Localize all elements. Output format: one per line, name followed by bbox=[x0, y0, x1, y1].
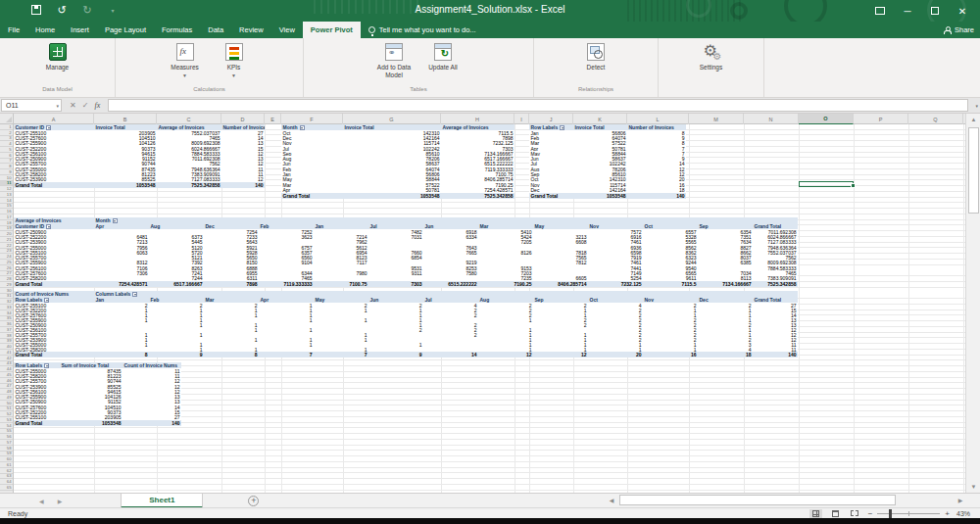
tab-view[interactable]: View bbox=[271, 22, 303, 38]
measures-icon bbox=[176, 43, 194, 61]
pivot-count-matrix[interactable]: Count of Invoice NumsColumn LabelsRow La… bbox=[14, 291, 798, 357]
tab-insert[interactable]: Insert bbox=[63, 22, 97, 38]
column-header-E[interactable]: E bbox=[265, 114, 281, 124]
name-box[interactable]: O11 ▾ bbox=[1, 99, 62, 112]
add-to-data-model-button[interactable]: Add to Data Model bbox=[371, 41, 416, 79]
cell-value: 7 bbox=[259, 352, 314, 357]
maximize-button[interactable] bbox=[921, 0, 949, 22]
cancel-formula-icon[interactable]: ✕ bbox=[70, 101, 76, 110]
minimize-button[interactable]: ─ bbox=[894, 0, 921, 22]
kpis-button[interactable]: KPIs▼ bbox=[212, 41, 257, 78]
button-label: Add to Data Model bbox=[371, 64, 416, 79]
cell-value: 140 bbox=[122, 420, 181, 426]
column-header-L[interactable]: L bbox=[627, 114, 689, 124]
column-header-J[interactable]: J bbox=[529, 114, 573, 124]
page-layout-view-button[interactable] bbox=[829, 509, 842, 518]
tab-power-pivot[interactable]: Power Pivot bbox=[303, 22, 361, 38]
column-header-H[interactable]: H bbox=[441, 114, 514, 124]
status-bar: Ready − + 43% bbox=[0, 507, 980, 518]
tab-file[interactable]: File bbox=[0, 22, 27, 38]
vertical-scroll-thumb[interactable] bbox=[968, 127, 979, 214]
settings-button[interactable]: Settings bbox=[689, 41, 734, 71]
tab-page-layout[interactable]: Page Layout bbox=[97, 22, 154, 38]
manage-button[interactable]: Manage bbox=[35, 41, 80, 71]
page-break-view-button[interactable] bbox=[849, 509, 861, 518]
lightbulb-icon bbox=[368, 26, 375, 33]
zoom-slider[interactable] bbox=[877, 513, 940, 514]
tab-formulas[interactable]: Formulas bbox=[154, 22, 200, 38]
detect-button[interactable]: Detect bbox=[573, 41, 618, 71]
excel-window: ↺ ↻ ▾ Assignment4_Solution.xlsx - Excel … bbox=[0, 0, 980, 524]
normal-view-button[interactable] bbox=[809, 509, 822, 518]
filter-dropdown-icon[interactable] bbox=[560, 125, 564, 130]
formula-bar-expand-icon[interactable]: ▾ bbox=[975, 103, 978, 109]
cell-value: 12 bbox=[478, 352, 533, 357]
filter-dropdown-icon[interactable] bbox=[44, 298, 49, 303]
insert-function-icon[interactable]: fx bbox=[94, 101, 100, 110]
pivot-customer-sum-count[interactable]: Row LabelsSum of Invoice TotalCount of I… bbox=[14, 362, 181, 426]
filter-dropdown-icon[interactable] bbox=[113, 218, 118, 223]
filter-dropdown-icon[interactable] bbox=[46, 224, 51, 229]
column-header-C[interactable]: C bbox=[157, 114, 221, 124]
row-headers[interactable]: 1234567891011121314151617181920212223242… bbox=[0, 124, 14, 493]
gridline bbox=[908, 124, 909, 493]
new-sheet-icon[interactable]: + bbox=[248, 496, 259, 506]
horizontal-scroll-thumb[interactable] bbox=[619, 495, 896, 505]
detect-icon bbox=[587, 43, 605, 61]
column-header-M[interactable]: M bbox=[689, 114, 744, 124]
gridline bbox=[854, 124, 855, 493]
sheet-tab-sheet1[interactable]: Sheet1 bbox=[121, 494, 203, 508]
column-headers[interactable]: ABCDEFGHIJKLMNOPQ bbox=[0, 114, 965, 124]
tab-home[interactable]: Home bbox=[27, 22, 63, 38]
column-header-F[interactable]: F bbox=[281, 114, 343, 124]
sheet-tab-next-icon[interactable]: ▶ bbox=[58, 498, 63, 504]
pivot-customer-summary[interactable]: Customer IDInvoice TotalAverage of Invoi… bbox=[14, 124, 265, 188]
selected-cell[interactable] bbox=[799, 181, 854, 187]
pivot-average-matrix[interactable]: Average of InvoicesMonthCustomer IDAprAu… bbox=[14, 217, 798, 287]
formula-input[interactable] bbox=[108, 99, 968, 112]
enter-formula-icon[interactable]: ✓ bbox=[82, 101, 89, 110]
column-header-K[interactable]: K bbox=[573, 114, 627, 124]
pivot-month-summary[interactable]: MonthInvoice TotalAverage of InvoicesOct… bbox=[281, 124, 514, 199]
horizontal-scrollbar[interactable]: ◀ ▶ bbox=[606, 494, 966, 506]
filter-dropdown-icon[interactable] bbox=[300, 125, 305, 130]
row-header-65[interactable]: 65 bbox=[0, 485, 13, 491]
ribbon-display-options-icon[interactable] bbox=[866, 0, 894, 22]
column-header-I[interactable]: I bbox=[514, 114, 529, 124]
button-label: Measures bbox=[171, 64, 199, 71]
pivot-month-counts[interactable]: Row LabelsInvoice TotalNumber of Invoice… bbox=[529, 124, 686, 199]
column-header-G[interactable]: G bbox=[343, 114, 441, 124]
add-to-data-model-icon bbox=[385, 43, 403, 61]
zoom-level[interactable]: 43% bbox=[956, 510, 976, 517]
tab-review[interactable]: Review bbox=[231, 22, 271, 38]
column-header-Q[interactable]: Q bbox=[908, 114, 963, 124]
scroll-left-icon[interactable]: ◀ bbox=[606, 497, 617, 503]
sheet-area[interactable]: ABCDEFGHIJKLMNOPQ 1234567891011121314151… bbox=[0, 114, 980, 493]
zoom-in-icon[interactable]: + bbox=[945, 509, 950, 518]
cell-value: 7898 bbox=[204, 281, 259, 287]
zoom-out-icon[interactable]: − bbox=[868, 509, 873, 518]
share-button[interactable]: Share bbox=[944, 22, 974, 38]
column-header-A[interactable]: A bbox=[14, 114, 94, 124]
column-header-O[interactable]: O bbox=[799, 114, 854, 124]
filter-dropdown-icon[interactable] bbox=[46, 125, 51, 130]
select-all-corner[interactable] bbox=[0, 114, 14, 124]
measures-button[interactable]: Measures▼ bbox=[163, 41, 208, 78]
close-button[interactable]: ✕ bbox=[949, 0, 976, 22]
zoom-slider-knob[interactable] bbox=[889, 509, 892, 518]
scroll-up-icon[interactable]: ▲ bbox=[966, 114, 980, 125]
tell-me-box[interactable]: Tell me what you want to do... bbox=[361, 22, 484, 38]
column-header-P[interactable]: P bbox=[854, 114, 908, 124]
sheet-tab-prev-icon[interactable]: ◀ bbox=[39, 498, 44, 504]
vertical-scrollbar[interactable]: ▲ ▼ bbox=[965, 114, 980, 493]
tab-data[interactable]: Data bbox=[200, 22, 231, 38]
update-all-button[interactable]: Update All bbox=[420, 41, 466, 71]
filter-dropdown-icon[interactable] bbox=[44, 363, 49, 368]
column-header-B[interactable]: B bbox=[94, 114, 157, 124]
scroll-right-icon[interactable]: ▶ bbox=[955, 497, 966, 503]
filter-dropdown-icon[interactable] bbox=[132, 292, 137, 297]
name-box-dropdown-icon[interactable]: ▾ bbox=[56, 103, 59, 109]
column-header-D[interactable]: D bbox=[221, 114, 265, 124]
scroll-down-icon[interactable]: ▼ bbox=[966, 481, 980, 493]
column-header-N[interactable]: N bbox=[744, 114, 799, 124]
